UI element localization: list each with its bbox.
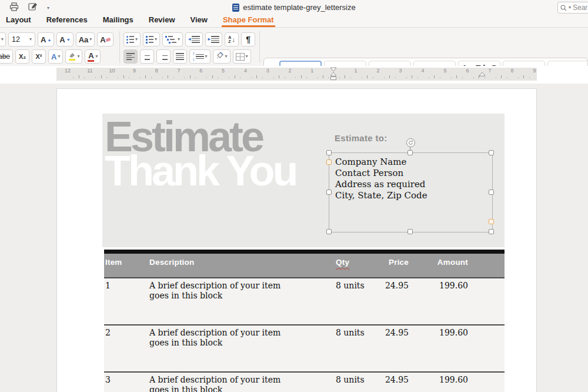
table-header-row[interactable]: ItemDescriptionQtyPriceAmount xyxy=(104,254,505,277)
column-header-amount[interactable]: Amount xyxy=(416,258,468,267)
ruler-number: 9 xyxy=(533,68,536,74)
sort-button[interactable]: AZ ↓ xyxy=(225,32,239,46)
numbered-list-button[interactable]: ▾ xyxy=(143,32,160,46)
align-left-button[interactable] xyxy=(123,49,138,64)
highlight-button[interactable]: ▾ xyxy=(65,49,82,64)
ruler-tick-dot xyxy=(507,77,507,78)
ruler-tick-dot xyxy=(373,77,373,78)
document-page[interactable]: Estimate Thank You Estimate to: Company … xyxy=(56,88,537,392)
rotation-handle[interactable] xyxy=(406,138,415,147)
resize-handle-middle-left[interactable] xyxy=(326,190,332,195)
chevron-down-icon: ▾ xyxy=(1,37,4,42)
justify-button[interactable] xyxy=(173,49,187,64)
column-header-price[interactable]: Price xyxy=(355,258,409,267)
ruler-tick xyxy=(523,75,524,78)
chevron-down-icon: ▾ xyxy=(29,37,32,42)
tab-shape-format[interactable]: Shape Format xyxy=(222,15,275,27)
borders-button[interactable]: ▾ xyxy=(233,49,251,64)
ruler-number: 7 xyxy=(488,68,491,74)
subscript-button[interactable]: X₂ xyxy=(15,49,29,64)
decrease-indent-button[interactable]: ◂ xyxy=(185,32,203,46)
estimate-to-label[interactable]: Estimate to: xyxy=(335,133,387,143)
recipient-lines[interactable]: Company NameContact PersonAddress as req… xyxy=(335,157,427,201)
recipient-line[interactable]: City, State, Zip Code xyxy=(335,190,427,201)
recipient-textbox[interactable]: Company NameContact PersonAddress as req… xyxy=(329,152,493,232)
shading-button[interactable]: ▾ xyxy=(213,49,230,64)
font-name-dropdown-fragment[interactable]: ▾ xyxy=(0,32,6,46)
resize-handle-bottom-left[interactable] xyxy=(326,229,332,234)
column-header-item[interactable]: Item xyxy=(105,258,146,267)
tab-references[interactable]: References xyxy=(45,15,89,27)
hanging-indent-marker[interactable] xyxy=(330,72,337,77)
line-spacing-icon: ↑↓ xyxy=(192,51,204,62)
clear-formatting-button[interactable]: A xyxy=(97,32,113,46)
font-color-button[interactable]: A ▾ xyxy=(85,49,101,64)
tab-view[interactable]: View xyxy=(189,15,209,27)
right-indent-marker[interactable] xyxy=(479,72,486,77)
ruler-tick-dot xyxy=(129,77,129,78)
table-row[interactable]: 3A brief description of your itemgoes in… xyxy=(104,371,505,392)
show-formatting-marks-button[interactable]: ¶ xyxy=(241,32,255,46)
first-line-indent-marker[interactable] xyxy=(330,67,337,72)
row-item-number[interactable]: 3 xyxy=(105,375,146,385)
resize-handle-middle-right[interactable] xyxy=(489,190,494,195)
chevron-down-icon: ▾ xyxy=(58,54,60,59)
align-right-button[interactable] xyxy=(156,49,171,64)
row-item-number[interactable]: 2 xyxy=(105,328,146,338)
resize-handle-top-left[interactable] xyxy=(326,150,332,155)
grow-font-button[interactable]: A▲ xyxy=(38,32,54,46)
tab-review[interactable]: Review xyxy=(148,15,176,27)
increase-indent-button[interactable]: ▸ xyxy=(205,32,223,46)
adjust-handle-right[interactable] xyxy=(489,219,494,224)
row-description[interactable]: A brief description of your itemgoes in … xyxy=(149,375,326,392)
bullet-list-button[interactable]: ▾ xyxy=(123,32,141,46)
search-scope-chevron-icon[interactable]: ▾ xyxy=(569,5,571,10)
tab-layout[interactable]: Layout xyxy=(5,15,32,27)
ruler-tick-dot xyxy=(73,77,74,78)
ruler-tick-dot xyxy=(417,77,418,78)
ruler-tick-dot xyxy=(140,77,141,78)
sort-az-icon: AZ ↓ xyxy=(228,35,235,44)
resize-handle-bottom-center[interactable] xyxy=(407,229,413,234)
ruler-tick-dot xyxy=(285,77,285,78)
font-size-combo[interactable]: 12 ▾ xyxy=(8,32,35,46)
resize-handle-top-center[interactable] xyxy=(407,150,413,155)
tab-mailings[interactable]: Mailings xyxy=(102,15,135,27)
table-row[interactable]: 2A brief description of your itemgoes in… xyxy=(104,324,505,371)
table-row[interactable]: 1A brief description of your itemgoes in… xyxy=(104,277,505,324)
text-effects-button[interactable]: A▾ xyxy=(48,49,63,64)
recipient-line[interactable]: Contact Person xyxy=(335,168,427,179)
ruler-tick-dot xyxy=(395,77,396,78)
row-price[interactable]: 24.95 xyxy=(355,328,409,338)
multilevel-list-button[interactable]: ▾ xyxy=(162,32,183,46)
recipient-line[interactable]: Address as required xyxy=(335,179,427,190)
ruler-tick xyxy=(101,75,102,78)
shrink-font-button[interactable]: A▼ xyxy=(56,32,73,46)
row-price[interactable]: 24.95 xyxy=(355,281,409,291)
row-description[interactable]: A brief description of your itemgoes in … xyxy=(149,328,326,348)
search-input[interactable]: ▾ Sear xyxy=(557,2,588,14)
row-item-number[interactable]: 1 xyxy=(105,281,146,291)
ruler-tick-dot xyxy=(306,77,307,78)
align-center-button[interactable] xyxy=(140,49,154,64)
change-case-button[interactable]: Aa▾ xyxy=(76,32,95,46)
adjust-handle-left[interactable] xyxy=(326,160,332,165)
left-indent-marker[interactable] xyxy=(330,77,336,80)
ruler-number: 3 xyxy=(399,68,402,74)
ruler-tick xyxy=(235,75,235,78)
strikethrough-button[interactable]: abe xyxy=(0,49,13,64)
column-header-description[interactable]: Description xyxy=(149,258,326,267)
row-amount[interactable]: 199.60 xyxy=(416,281,468,291)
ruler-tick xyxy=(79,75,79,78)
recipient-line[interactable]: Company Name xyxy=(335,157,427,168)
line-spacing-button[interactable]: ↑↓ ▾ xyxy=(189,49,211,64)
hero-subtitle[interactable]: Thank You xyxy=(105,151,296,190)
superscript-button[interactable]: X² xyxy=(32,49,46,64)
row-description[interactable]: A brief description of your itemgoes in … xyxy=(149,281,326,301)
resize-handle-bottom-right[interactable] xyxy=(489,229,494,234)
row-amount[interactable]: 199.60 xyxy=(416,328,468,338)
row-price[interactable]: 24.95 xyxy=(355,375,409,385)
chevron-down-icon: ▾ xyxy=(135,37,138,42)
resize-handle-top-right[interactable] xyxy=(489,150,494,155)
row-amount[interactable]: 199.60 xyxy=(416,375,468,385)
